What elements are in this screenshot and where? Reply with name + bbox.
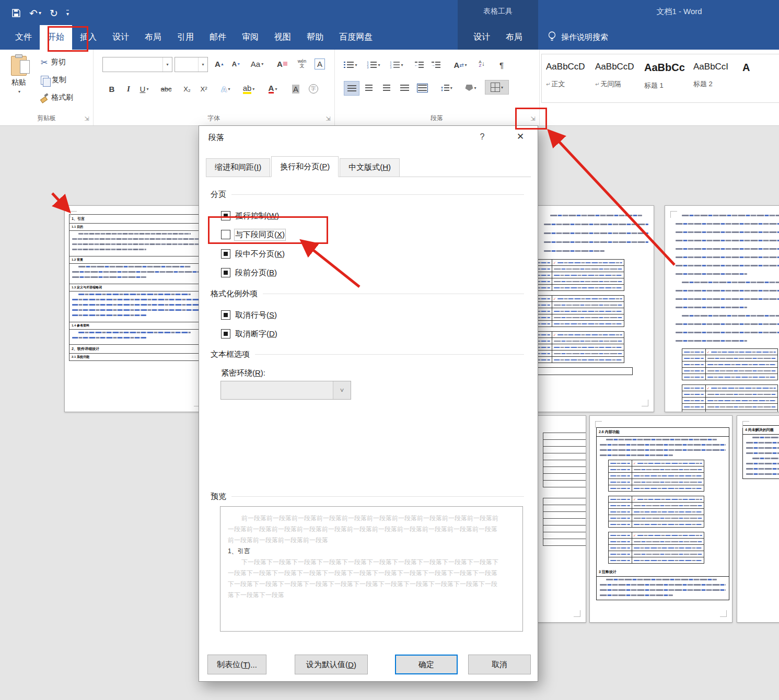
ribbon-tab-references[interactable]: 引用 xyxy=(169,25,202,50)
ribbon-tab-insert[interactable]: 插入 xyxy=(72,25,104,50)
enclose-characters-button[interactable]: 字 xyxy=(306,82,321,96)
align-center-button[interactable] xyxy=(362,81,376,95)
paste-button[interactable]: 粘贴 ▾ xyxy=(5,54,32,108)
font-name-dropdown-icon[interactable]: ▾ xyxy=(162,57,172,72)
preview-line: 前一段落前一段落前一段落前一段落 xyxy=(228,535,515,546)
ribbon-tab-mailings[interactable]: 邮件 xyxy=(202,25,234,50)
asian-layout-button[interactable]: A⇄▾ xyxy=(450,58,470,72)
ribbon-tab-home[interactable]: 开始 xyxy=(40,25,72,50)
ribbon-tab-file[interactable]: 文件 xyxy=(7,25,40,50)
blurred-paragraph xyxy=(69,291,202,322)
underline-button[interactable]: U▾ xyxy=(137,82,152,96)
style-item-正文[interactable]: AaBbCcD↵正文 xyxy=(542,54,591,102)
checkbox-box[interactable] xyxy=(221,329,230,339)
ribbon-tab-baidu-netdisk[interactable]: 百度网盘 xyxy=(331,25,380,50)
undo-button[interactable]: ↶▾ xyxy=(29,8,41,18)
checkbox-page-break-before[interactable]: 段前分页(B) xyxy=(221,266,277,279)
sort-button[interactable]: AZ ↓ xyxy=(474,57,489,71)
italic-button[interactable]: I xyxy=(121,82,136,96)
superscript-button[interactable]: X² xyxy=(196,82,211,96)
checkbox-dont-hyphenate[interactable]: 取消断字(D) xyxy=(221,328,277,340)
ribbon-tab-view[interactable]: 视图 xyxy=(266,25,299,50)
dialog-close-button[interactable]: ✕ xyxy=(514,131,527,142)
multilevel-list-button[interactable]: ▾ xyxy=(388,58,405,72)
paste-dropdown-icon[interactable]: ▾ xyxy=(18,89,20,94)
undo-dropdown-icon[interactable]: ▾ xyxy=(39,10,41,16)
clear-formatting-button[interactable]: A xyxy=(275,57,289,71)
tell-me-search[interactable]: 操作说明搜索 xyxy=(548,31,608,44)
copy-button[interactable]: 复制 xyxy=(41,74,66,86)
dialog-title: 段落 xyxy=(208,133,224,143)
checkbox-box[interactable] xyxy=(221,211,230,220)
justify-button[interactable] xyxy=(397,81,412,95)
dialog-tab-indents-and-spacing[interactable]: 缩进和间距(I) xyxy=(206,158,270,177)
tight-wrap-dropdown[interactable]: ˅ xyxy=(220,381,351,400)
ribbon-tab-table-design[interactable]: 设计 xyxy=(466,25,498,50)
checkbox-box[interactable] xyxy=(221,310,230,320)
paragraph-dialog-launcher-icon[interactable]: ⇲ xyxy=(529,115,537,122)
ok-button[interactable]: 确定 xyxy=(395,655,458,674)
show-hide-marks-button[interactable]: ¶ xyxy=(494,58,509,72)
text-effects-button[interactable]: A▾ xyxy=(218,82,233,96)
customize-qat-icon[interactable]: ▾ xyxy=(66,10,69,17)
format-painter-button[interactable]: 格式刷 xyxy=(41,91,73,104)
section-preview: 预览 xyxy=(211,492,524,501)
ribbon-tab-review[interactable]: 审阅 xyxy=(234,25,266,50)
checkbox-box[interactable] xyxy=(221,268,230,277)
preview-line: 下一段落下一段落下一段落下一段落下一段落下一段落下一段落下一段落下一段落下一段落… xyxy=(228,557,515,568)
numbering-button[interactable]: ▾ xyxy=(365,58,382,72)
bullets-button[interactable]: ▾ xyxy=(342,58,359,72)
checkbox-box[interactable] xyxy=(221,249,230,259)
ribbon-tab-table-layout[interactable]: 布局 xyxy=(498,25,530,50)
align-left-button[interactable] xyxy=(344,81,359,96)
character-shading-button[interactable]: A xyxy=(288,82,303,96)
font-color-button[interactable]: A▾ xyxy=(265,82,280,96)
checkbox-box[interactable] xyxy=(221,230,230,239)
change-case-button[interactable]: Aa▾ xyxy=(250,57,264,71)
distribute-button[interactable] xyxy=(415,81,429,95)
strikethrough-button[interactable]: abc xyxy=(159,82,173,96)
font-dialog-launcher-icon[interactable]: ⇲ xyxy=(324,115,332,122)
tabs-button[interactable]: 制表位(T)... xyxy=(207,655,266,674)
bold-button[interactable]: B xyxy=(104,82,119,96)
redo-icon[interactable]: ↻ xyxy=(50,8,58,18)
font-size-combo[interactable]: ▾ xyxy=(175,57,208,72)
clipboard-dialog-launcher-icon[interactable]: ⇲ xyxy=(83,115,90,122)
style-item-标题 1[interactable]: AaBbCc标题 1 xyxy=(640,54,689,102)
ribbon-tab-design[interactable]: 设计 xyxy=(104,25,137,50)
font-name-combo[interactable]: ▾ xyxy=(102,57,172,72)
paragraph-group-label: 段落 xyxy=(334,114,539,123)
checkbox-suppress-line-numbers[interactable]: 取消行号(S) xyxy=(221,309,277,321)
decrease-indent-button[interactable] xyxy=(412,58,426,72)
checkbox-widow-orphan-control[interactable]: 孤行控制(W) xyxy=(221,209,279,222)
character-border-button[interactable]: A xyxy=(312,57,327,71)
dialog-tab-line-and-page-breaks[interactable]: 换行和分页(P) xyxy=(271,156,339,177)
checkbox-keep-lines-together[interactable]: 段中不分页(K) xyxy=(221,248,285,260)
highlight-color-button[interactable]: ab▾ xyxy=(241,82,256,96)
shading-button[interactable]: ▾ xyxy=(462,81,480,95)
style-item-无间隔[interactable]: AaBbCcD↵无间隔 xyxy=(591,54,640,102)
dialog-tab-asian-typography[interactable]: 中文版式(H) xyxy=(340,158,400,177)
line-spacing-button[interactable]: ↕▾ xyxy=(437,81,456,95)
style-item-标题 2[interactable]: AaBbCcI标题 2 xyxy=(689,54,738,102)
copy-icon xyxy=(41,76,49,85)
cut-button[interactable]: ✂ 剪切 xyxy=(41,56,65,68)
ribbon-tab-help[interactable]: 帮助 xyxy=(299,25,331,50)
subscript-button[interactable]: X₂ xyxy=(180,82,194,96)
shrink-font-button[interactable]: A▼ xyxy=(229,57,243,71)
save-icon[interactable] xyxy=(11,8,21,18)
align-right-button[interactable] xyxy=(379,81,394,95)
style-item-partial[interactable]: A xyxy=(738,54,779,102)
borders-button[interactable]: ▾ xyxy=(485,80,509,95)
set-as-default-button[interactable]: 设为默认值(D) xyxy=(295,655,368,674)
increase-indent-button[interactable] xyxy=(428,58,443,72)
font-size-dropdown-icon[interactable]: ▾ xyxy=(198,57,207,72)
phonetic-guide-button[interactable]: wén文 xyxy=(295,57,309,71)
cancel-button[interactable]: 取消 xyxy=(468,655,531,674)
tab-separator xyxy=(206,177,531,177)
dialog-help-button[interactable]: ? xyxy=(476,132,488,142)
chevron-down-icon[interactable]: ˅ xyxy=(333,381,351,399)
checkbox-keep-with-next[interactable]: 与下段同页(X) xyxy=(221,228,285,241)
ribbon-tab-layout[interactable]: 布局 xyxy=(137,25,169,50)
grow-font-button[interactable]: A▲ xyxy=(212,57,227,71)
